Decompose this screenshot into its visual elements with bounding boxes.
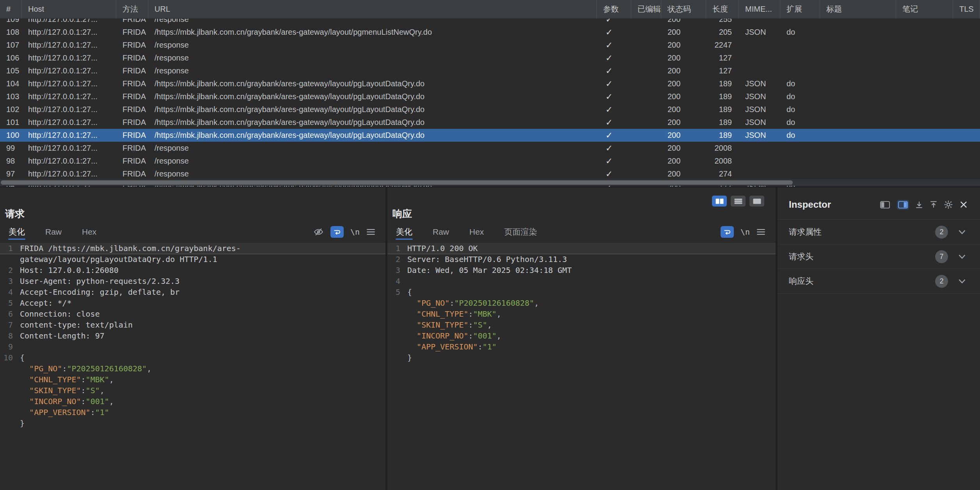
cell-mime: JSON xyxy=(739,116,780,129)
tab-Raw[interactable]: Raw xyxy=(432,223,449,241)
cell-edited xyxy=(631,167,661,180)
cell-url: /https://mbk.jlbank.com.cn/graybank/ares… xyxy=(148,90,597,103)
code-line: 9 xyxy=(0,341,385,352)
cell-host: http://127.0.0.1:27... xyxy=(22,167,116,180)
column-header-tls[interactable]: TLS xyxy=(953,0,980,18)
table-row-107[interactable]: 107http://127.0.0.1:27...FRIDA/response✓… xyxy=(0,39,980,52)
pane-right-button[interactable] xyxy=(897,200,909,210)
response-editor[interactable]: 1HTTP/1.0 200 OK2Server: BaseHTTP/0.6 Py… xyxy=(387,243,776,363)
cell-note xyxy=(896,52,953,64)
cell-title xyxy=(820,103,896,116)
column-header-title[interactable]: 标题 xyxy=(820,0,896,18)
hide-preview-button[interactable] xyxy=(313,228,324,236)
code-line: 10{ "PG_NO":"P20250126160828", "CHNL_TYP… xyxy=(0,352,385,429)
close-inspector-button[interactable] xyxy=(959,200,968,209)
table-row-97[interactable]: 97http://127.0.0.1:27...FRIDA/response✓2… xyxy=(0,167,980,180)
cell-title xyxy=(820,116,896,129)
cell-status: 200 xyxy=(661,26,706,39)
tab-页面渲染[interactable]: 页面渲染 xyxy=(504,223,537,241)
tab-Hex[interactable]: Hex xyxy=(469,223,484,241)
column-header-num[interactable]: # xyxy=(0,0,22,18)
table-row-101[interactable]: 101http://127.0.0.1:27...FRIDA/https://m… xyxy=(0,116,980,129)
scroll-to-bottom-button[interactable] xyxy=(915,200,923,209)
request-editor[interactable]: 1FRIDA /https://mbk.jlbank.com.cn/grayba… xyxy=(0,243,385,429)
inspector-section-3[interactable]: 响应头2 xyxy=(778,269,980,294)
soft-wrap-icon xyxy=(333,228,341,236)
code-line: 1FRIDA /https://mbk.jlbank.com.cn/grayba… xyxy=(0,243,385,265)
arrow-up-to-line-icon xyxy=(929,200,938,209)
single-pane-button[interactable] xyxy=(749,196,764,207)
cell-params: ✓ xyxy=(597,64,631,77)
cell-ext xyxy=(780,167,820,180)
cell-note xyxy=(896,39,953,52)
column-header-ext[interactable]: 扩展 xyxy=(780,0,820,18)
horizontal-scrollbar[interactable] xyxy=(0,179,980,186)
column-header-length[interactable]: 长度 xyxy=(706,0,739,18)
response-panel-title: 响应 xyxy=(392,208,776,219)
table-row-108[interactable]: 108http://127.0.0.1:27...FRIDA/https://m… xyxy=(0,26,980,39)
cell-host: http://127.0.0.1:27... xyxy=(22,116,116,129)
table-row-104[interactable]: 104http://127.0.0.1:27...FRIDA/https://m… xyxy=(0,77,980,90)
scroll-to-top-button[interactable] xyxy=(929,200,938,209)
newline-toggle-button[interactable]: \n xyxy=(740,227,750,237)
cell-url: /https://mbk.jlbank.com.cn/graybank/ares… xyxy=(148,129,597,142)
pane-left-button[interactable] xyxy=(879,200,891,210)
count-badge: 2 xyxy=(935,275,948,288)
column-header-edited[interactable]: 已编辑 xyxy=(631,0,661,18)
column-header-status[interactable]: 状态码 xyxy=(661,0,706,18)
split-columns-button[interactable] xyxy=(712,196,727,207)
cell-url: /response xyxy=(148,52,597,64)
cell-tls xyxy=(953,26,980,39)
cell-title xyxy=(820,64,896,77)
column-header-params[interactable]: 参数 xyxy=(597,0,631,18)
table-row-106[interactable]: 106http://127.0.0.1:27...FRIDA/response✓… xyxy=(0,52,980,64)
table-row-98[interactable]: 98http://127.0.0.1:27...FRIDA/response✓2… xyxy=(0,155,980,167)
split-rows-button[interactable] xyxy=(731,196,746,207)
table-row-109[interactable]: 109http://127.0.0.1:27...FRIDA/response✓… xyxy=(0,19,980,26)
inspector-section-1[interactable]: 请求属性2 xyxy=(778,220,980,244)
cell-ext xyxy=(780,39,820,52)
cell-note xyxy=(896,129,953,142)
horizontal-scrollbar-thumb[interactable] xyxy=(1,180,793,185)
response-editor-tools: \n xyxy=(721,226,765,238)
cell-title xyxy=(820,19,896,26)
table-row-102[interactable]: 102http://127.0.0.1:27...FRIDA/https://m… xyxy=(0,103,980,116)
cell-mime: JSON xyxy=(739,103,780,116)
editor-menu-button[interactable] xyxy=(366,228,375,235)
column-header-mime[interactable]: MIME... xyxy=(739,0,780,18)
tab-美化[interactable]: 美化 xyxy=(396,223,413,241)
table-row-100[interactable]: 100http://127.0.0.1:27...FRIDA/https://m… xyxy=(0,129,980,142)
code-line: 2Host: 127.0.0.1:26080 xyxy=(0,265,385,276)
column-header-url[interactable]: URL xyxy=(148,0,597,18)
section-label: 响应头 xyxy=(789,276,813,287)
soft-wrap-button[interactable] xyxy=(721,226,734,238)
cell-method: FRIDA xyxy=(116,52,148,64)
cell-params: ✓ xyxy=(597,77,631,90)
cell-method: FRIDA xyxy=(116,19,148,26)
tab-Hex[interactable]: Hex xyxy=(82,223,97,241)
tab-Raw[interactable]: Raw xyxy=(45,223,62,241)
app-window: #Host方法URL参数已编辑状态码长度MIME...扩展标题笔记TLS 109… xyxy=(0,0,980,490)
request-tabs: 美化RawHex xyxy=(8,223,97,241)
column-header-host[interactable]: Host xyxy=(22,0,116,18)
cell-method: FRIDA xyxy=(116,142,148,155)
table-row-105[interactable]: 105http://127.0.0.1:27...FRIDA/response✓… xyxy=(0,64,980,77)
cell-edited xyxy=(631,155,661,167)
column-header-method[interactable]: 方法 xyxy=(116,0,148,18)
cell-mime xyxy=(739,52,780,64)
tab-美化[interactable]: 美化 xyxy=(8,223,25,241)
inspector-section-2[interactable]: 请求头7 xyxy=(778,244,980,269)
cell-title xyxy=(820,26,896,39)
newline-toggle-button[interactable]: \n xyxy=(350,227,360,237)
settings-button[interactable] xyxy=(944,200,953,209)
column-header-note[interactable]: 笔记 xyxy=(896,0,953,18)
cell-note xyxy=(896,155,953,167)
cell-edited xyxy=(631,64,661,77)
table-row-103[interactable]: 103http://127.0.0.1:27...FRIDA/https://m… xyxy=(0,90,980,103)
table-row-99[interactable]: 99http://127.0.0.1:27...FRIDA/response✓2… xyxy=(0,142,980,155)
editor-menu-button[interactable] xyxy=(756,228,765,235)
cell-ext xyxy=(780,64,820,77)
soft-wrap-button[interactable] xyxy=(330,226,344,238)
request-panel-title: 请求 xyxy=(5,208,385,219)
cell-num: 105 xyxy=(0,64,22,77)
